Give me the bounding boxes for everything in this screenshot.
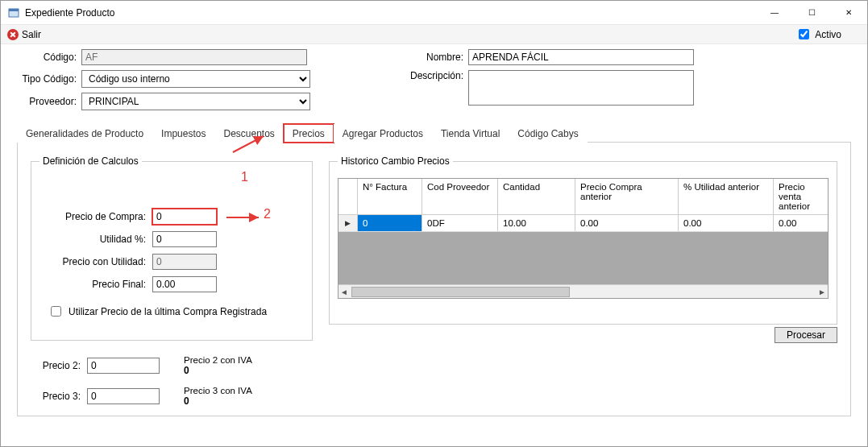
precio-final-label: Precio Final: [39, 279, 152, 290]
history-grid: N° Factura Cod Proveedor Cantidad Precio… [338, 178, 829, 299]
col-cantidad[interactable]: Cantidad [498, 179, 575, 214]
toolbar: Salir Activo [1, 25, 867, 44]
col-precio-venta-anterior[interactable]: Precio venta anterior [774, 179, 828, 214]
tab-agregar-productos[interactable]: Agregar Productos [334, 124, 432, 143]
descripcion-label: Descripción: [404, 70, 468, 81]
tab-descuentos[interactable]: Descuentos [214, 124, 283, 143]
window-titlebar: Expediente Producto — ☐ ✕ [1, 1, 867, 25]
window-minimize-button[interactable]: — [756, 1, 793, 25]
precio2-label: Precio 2: [31, 360, 87, 371]
descripcion-textarea[interactable] [468, 70, 694, 106]
precio-utilidad-input [152, 254, 217, 270]
annotation-arrow-2 [226, 210, 275, 225]
col-cod-proveedor[interactable]: Cod Proveedor [422, 179, 498, 214]
codigo-input[interactable] [81, 49, 307, 65]
calc-panel: Definición de Calculos 1 Precio de Compr… [31, 155, 313, 341]
proveedor-select[interactable]: PRINCIPAL [81, 93, 310, 110]
precio2-input[interactable] [87, 358, 160, 374]
window-close-button[interactable]: ✕ [830, 1, 867, 25]
svg-rect-1 [9, 9, 19, 11]
calc-legend: Definición de Calculos [39, 155, 142, 167]
cell-cantidad[interactable]: 10.00 [498, 215, 575, 231]
maximize-icon: ☐ [808, 8, 816, 17]
exit-icon [7, 29, 19, 40]
nombre-input[interactable] [468, 49, 694, 65]
tab-strip: Generalidades de Producto Impuestos Desc… [17, 123, 851, 143]
tab-generalidades[interactable]: Generalidades de Producto [17, 124, 152, 143]
precio-utilidad-label: Precio con Utilidad: [39, 256, 152, 267]
tab-precios[interactable]: Precios [284, 124, 334, 143]
utilidad-input[interactable] [152, 231, 217, 247]
tipo-codigo-label: Tipo Código: [17, 73, 81, 85]
tab-codigo-cabys[interactable]: Código Cabys [509, 124, 587, 143]
history-grid-header: N° Factura Cod Proveedor Cantidad Precio… [338, 179, 828, 215]
active-checkbox-label[interactable]: Activo [795, 27, 841, 42]
usar-ultima-label: Utilizar Precio de la última Compra Regi… [69, 306, 267, 317]
precio-final-input[interactable] [152, 276, 217, 292]
horizontal-scrollbar[interactable]: ◄ ► [338, 284, 828, 298]
row-marker: ▶ [338, 215, 358, 231]
precio-compra-input[interactable] [152, 209, 217, 225]
exit-label: Salir [22, 29, 41, 40]
cell-factura[interactable]: 0 [358, 215, 422, 231]
window-title: Expediente Producto [25, 7, 114, 19]
tab-tienda-virtual[interactable]: Tienda Virtual [432, 124, 509, 143]
tab-precios-body: Definición de Calculos 1 Precio de Compr… [17, 143, 851, 416]
procesar-button[interactable]: Procesar [775, 327, 837, 343]
precio3-label: Precio 3: [31, 391, 87, 402]
history-panel: Historico Cambio Precios N° Factura Cod … [329, 155, 837, 325]
header-fields: Código: Tipo Código: Código uso interno … [17, 49, 851, 115]
utilidad-label: Utilidad %: [39, 234, 152, 245]
active-checkbox[interactable] [799, 29, 809, 39]
row-selector-header [338, 179, 358, 214]
usar-ultima-checkbox[interactable] [51, 306, 61, 317]
tipo-codigo-select[interactable]: Código uso interno [81, 70, 310, 88]
tab-impuestos[interactable]: Impuestos [152, 124, 214, 143]
cell-utilidad-anterior[interactable]: 0.00 [679, 215, 774, 231]
scroll-right-icon[interactable]: ► [818, 288, 826, 296]
history-legend: Historico Cambio Precios [338, 155, 453, 167]
col-utilidad-anterior[interactable]: % Utilidad anterior [679, 179, 774, 214]
precio2-iva-label: Precio 2 con IVA [184, 355, 252, 365]
active-text: Activo [815, 29, 841, 40]
proveedor-label: Proveedor: [17, 96, 81, 107]
close-icon: ✕ [845, 8, 852, 17]
cell-cod-proveedor[interactable]: 0DF [422, 215, 498, 231]
precio2-iva-value: 0 [184, 365, 189, 376]
scroll-thumb[interactable] [351, 287, 570, 297]
codigo-label: Código: [17, 52, 81, 63]
exit-button[interactable]: Salir [7, 29, 41, 40]
precio3-iva-value: 0 [184, 395, 189, 407]
minimize-icon: — [770, 8, 779, 17]
col-precio-compra-anterior[interactable]: Precio Compra anterior [575, 179, 679, 214]
precio-compra-label: Precio de Compra: [39, 211, 152, 222]
app-icon [7, 6, 20, 19]
scroll-left-icon[interactable]: ◄ [340, 288, 348, 296]
cell-precio-compra-anterior[interactable]: 0.00 [575, 215, 679, 231]
history-grid-body[interactable]: ▶ 0 0DF 10.00 0.00 0.00 0.00 [338, 215, 828, 284]
annotation-2: 2 [264, 207, 271, 221]
table-row[interactable]: ▶ 0 0DF 10.00 0.00 0.00 0.00 [338, 215, 828, 232]
col-factura[interactable]: N° Factura [358, 179, 422, 214]
nombre-label: Nombre: [404, 52, 468, 63]
precio3-input[interactable] [87, 388, 160, 404]
window-maximize-button[interactable]: ☐ [793, 1, 830, 25]
cell-precio-venta-anterior[interactable]: 0.00 [774, 215, 828, 231]
precio3-iva-label: Precio 3 con IVA [184, 386, 252, 395]
